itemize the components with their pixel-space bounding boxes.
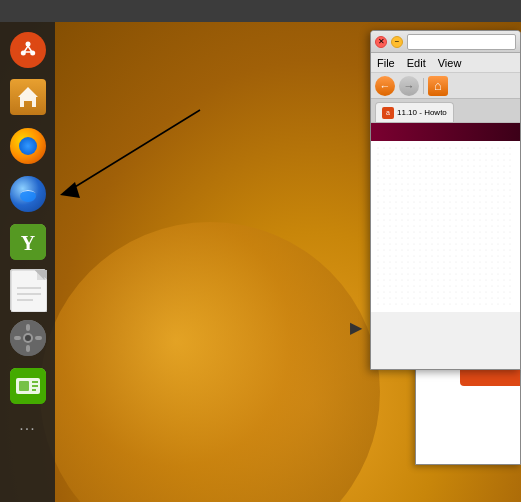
svg-point-17 [25,335,31,341]
launcher-home-button[interactable] [6,76,50,120]
launcher-more-button[interactable]: ... [19,412,35,438]
home-icon [10,79,46,118]
launcher-software-button[interactable] [6,364,50,408]
firefox-globe [19,137,37,155]
svg-rect-18 [26,324,30,331]
launcher-document-button[interactable] [6,268,50,312]
content-header-bar [371,123,520,141]
back-button[interactable]: ← [375,76,395,96]
firefox-icon [10,128,46,164]
svg-rect-19 [26,345,30,352]
svg-rect-31 [375,145,515,305]
browser-tab-active[interactable]: a 11.10 - Howto [375,102,454,122]
svg-rect-20 [14,336,21,340]
svg-rect-21 [35,336,42,340]
url-bar[interactable] [407,34,516,50]
browser-menubar: File Edit View [371,53,520,73]
launcher-firefox-button[interactable] [6,124,50,168]
terminal-content [416,366,520,464]
svg-text:Y: Y [20,232,35,254]
browser-toolbar: ← → ⌂ [371,73,520,99]
tab-bar: a 11.10 - Howto [371,99,520,123]
close-button[interactable]: ✕ [375,36,387,48]
browser-window: ✕ − File Edit View ← → ⌂ a 11.10 - Howto [370,30,521,370]
minimize-button[interactable]: − [391,36,403,48]
browser-titlebar: ✕ − [371,31,520,53]
tab-favicon: a [382,107,394,119]
view-menu[interactable]: View [436,56,464,70]
software-icon [10,368,46,404]
desktop-decoration [40,222,380,502]
launcher-settings-button[interactable] [6,316,50,360]
svg-rect-9 [11,270,47,312]
top-bar [0,0,521,22]
launcher-yandex-button[interactable]: Y [6,220,50,264]
browser-content [371,123,520,312]
toolbar-separator [423,78,424,94]
ubuntu-logo [10,32,46,68]
home-button[interactable]: ⌂ [428,76,448,96]
yandex-icon: Y [10,224,46,260]
thunderbird-icon [10,176,46,212]
svg-rect-24 [19,381,29,391]
launcher: Y [0,22,55,502]
settings-icon [10,320,46,356]
edit-menu[interactable]: Edit [405,56,428,70]
launcher-thunderbird-button[interactable] [6,172,50,216]
forward-button[interactable]: → [399,76,419,96]
tab-label: 11.10 - Howto [397,108,447,117]
content-body [371,141,520,312]
launcher-ubuntu-button[interactable] [6,28,50,72]
file-menu[interactable]: File [375,56,397,70]
document-icon [10,269,46,311]
